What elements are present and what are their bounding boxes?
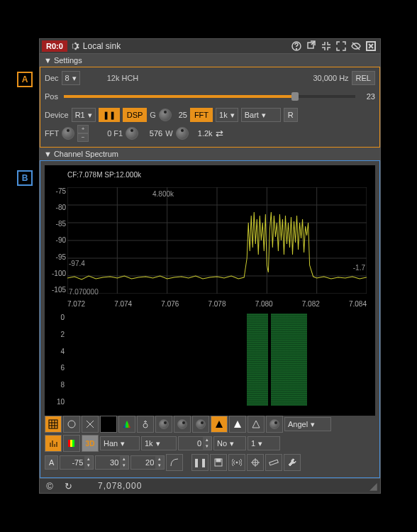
wrench-icon[interactable] xyxy=(284,454,301,471)
swap-icon[interactable]: ⇄ xyxy=(216,128,223,139)
histogram-icon[interactable] xyxy=(45,435,62,452)
hide-icon[interactable] xyxy=(350,40,362,52)
svg-marker-26 xyxy=(123,421,130,428)
preset-select[interactable]: Angel▾ xyxy=(284,417,331,431)
pop-out-icon[interactable] xyxy=(306,40,317,52)
window-select[interactable]: Bart▾ xyxy=(241,108,281,122)
footer-freq: 7,078,000 xyxy=(98,481,142,491)
pos-slider[interactable] xyxy=(64,95,355,98)
ref-spinbox[interactable]: ▴▾ xyxy=(60,455,94,470)
fft-size-select[interactable]: 1k▾ xyxy=(216,108,238,122)
window-fn-select[interactable]: Han▾ xyxy=(100,436,140,450)
avg-spinbox[interactable]: ▴▾ xyxy=(178,436,212,450)
w-label: W xyxy=(165,129,172,138)
svg-marker-30 xyxy=(252,421,260,428)
svg-rect-37 xyxy=(72,440,74,447)
pause-button[interactable]: ❚❚ xyxy=(99,108,120,122)
range-spinbox[interactable]: ▴▾ xyxy=(95,455,129,470)
dec-select[interactable]: 8▾ xyxy=(62,71,80,85)
freq-display: 30,000 Hz xyxy=(313,74,348,82)
gain-value: 25 xyxy=(174,111,187,119)
crosshair-icon[interactable] xyxy=(247,454,264,471)
svg-rect-35 xyxy=(68,440,70,447)
waterfall-chart: 0246810 xyxy=(67,314,367,406)
grid-icon[interactable] xyxy=(45,416,62,433)
marker-base: 7.070000 xyxy=(69,288,99,296)
spectrum-toolbar-3: A ▴▾ ▴▾ ▴▾ ❚❚ xyxy=(45,454,375,471)
dial4-icon[interactable] xyxy=(266,416,283,433)
rel-button[interactable]: REL xyxy=(352,71,375,85)
fps-spinbox[interactable]: ▴▾ xyxy=(130,455,165,470)
svg-marker-28 xyxy=(216,421,223,428)
device-select[interactable]: R1▾ xyxy=(72,108,96,122)
fft-dial[interactable] xyxy=(62,127,74,140)
dial2-icon[interactable] xyxy=(174,416,191,433)
spectrum-toolbar-1: Angel▾ xyxy=(45,416,375,433)
trace-up-icon[interactable] xyxy=(137,416,154,433)
marker-right-db: -1.7 xyxy=(353,264,365,272)
color-black-icon[interactable] xyxy=(100,416,117,433)
ruler-icon[interactable] xyxy=(265,454,282,471)
gain-label: G xyxy=(150,111,156,119)
settings-header[interactable]: ▼Settings xyxy=(40,54,380,67)
copyright-icon[interactable]: © xyxy=(44,480,55,492)
overlap-select[interactable]: No▾ xyxy=(213,436,246,450)
svg-rect-18 xyxy=(49,420,57,428)
refresh-icon[interactable]: ↻ xyxy=(62,480,74,492)
close-icon[interactable] xyxy=(365,40,377,52)
svg-point-1 xyxy=(296,49,297,50)
svg-rect-39 xyxy=(216,459,221,462)
svg-rect-44 xyxy=(269,460,279,465)
dec-label: Dec xyxy=(45,74,59,82)
peak-outline-icon[interactable] xyxy=(248,416,265,433)
size-select[interactable]: 1k▾ xyxy=(141,436,177,450)
dial3-icon[interactable] xyxy=(192,416,209,433)
spectrum-plot xyxy=(67,187,367,294)
clear-icon[interactable] xyxy=(63,416,80,433)
spectrum-chart: CF:7.078M SP:12.000k -75-80-85-90-95-100… xyxy=(45,165,375,416)
help-icon[interactable] xyxy=(291,40,302,52)
stack-select[interactable]: 1▾ xyxy=(248,436,280,450)
save-icon[interactable] xyxy=(210,454,227,471)
svg-point-40 xyxy=(236,462,238,463)
shrink-icon[interactable] xyxy=(321,40,332,52)
spectrum-panel: CF:7.078M SP:12.000k -75-80-85-90-95-100… xyxy=(40,160,380,478)
curve-icon[interactable] xyxy=(166,454,183,471)
3d-button[interactable]: 3D xyxy=(82,435,99,452)
device-label: Device xyxy=(45,111,69,119)
gain-dial[interactable] xyxy=(159,109,172,121)
expand-icon[interactable] xyxy=(335,40,347,52)
svg-marker-29 xyxy=(234,421,241,428)
dsp-button[interactable]: DSP xyxy=(123,108,148,122)
fft-label: FFT xyxy=(45,129,59,138)
pause-icon[interactable]: ❚❚ xyxy=(191,454,208,471)
hch-label: 12k HCH xyxy=(107,74,139,82)
gradient-icon[interactable] xyxy=(118,416,135,433)
svg-point-27 xyxy=(143,423,148,428)
spectrum-yaxis: -75-80-85-90-95-100-105 xyxy=(50,187,66,294)
fft-stepper[interactable]: +− xyxy=(77,125,89,142)
invert-icon[interactable] xyxy=(82,416,99,433)
pos-value: 23 xyxy=(361,92,375,101)
svg-point-23 xyxy=(68,421,75,428)
resize-grip[interactable]: ◢ xyxy=(369,480,377,492)
colormap-icon[interactable] xyxy=(63,435,80,452)
pos-label: Pos xyxy=(45,92,58,101)
w-dial[interactable] xyxy=(176,127,189,140)
r-button[interactable]: R xyxy=(284,108,298,122)
fft-button[interactable]: FFT xyxy=(190,108,213,122)
marker-left-db: -97.4 xyxy=(69,260,85,267)
svg-rect-36 xyxy=(70,440,72,447)
f1-dial[interactable] xyxy=(126,127,138,140)
gear-icon[interactable] xyxy=(69,40,80,52)
peak-line-icon[interactable] xyxy=(229,416,246,433)
dial1-icon[interactable] xyxy=(155,416,172,433)
spectrum-header[interactable]: ▼Channel Spectrum xyxy=(40,148,380,160)
mode-button[interactable]: A xyxy=(45,455,58,470)
broadcast-icon[interactable] xyxy=(228,454,245,471)
peak-fill-icon[interactable] xyxy=(211,416,228,433)
spectrum-toolbar-2: 3D Han▾ 1k▾ ▴▾ No▾ 1▾ xyxy=(45,435,375,452)
footer: © ↻ 7,078,000 ◢ xyxy=(40,478,380,493)
channel-window: R0:0 Local sink ▼Settings xyxy=(39,38,381,494)
f1-label: 0 F1 xyxy=(107,129,123,138)
